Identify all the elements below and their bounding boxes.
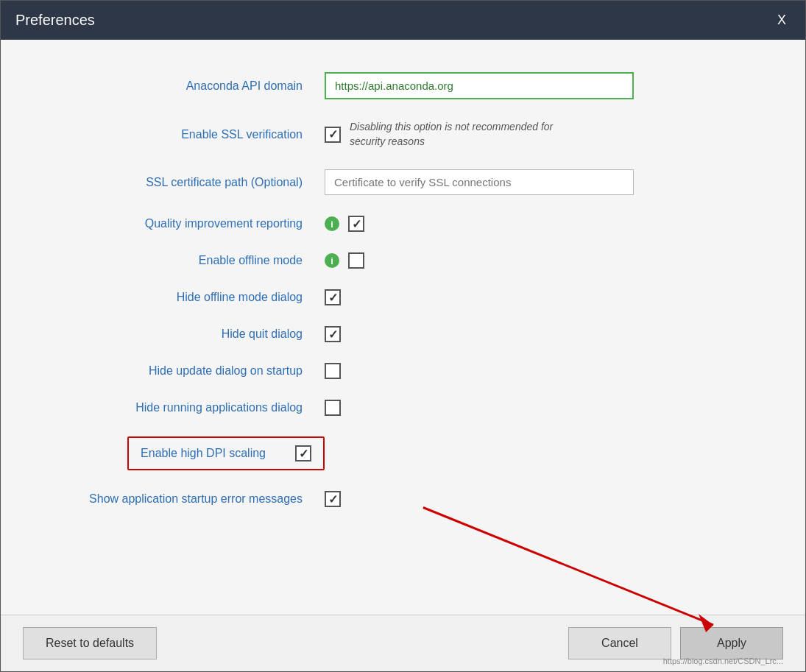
quality-reporting-label: Quality improvement reporting — [45, 217, 325, 230]
reset-button[interactable]: Reset to defaults — [23, 627, 157, 659]
hide-offline-dialog-row: Hide offline mode dialog — [45, 279, 761, 316]
ssl-cert-path-row: SSL certificate path (Optional) — [45, 159, 761, 205]
ssl-cert-path-input[interactable] — [325, 169, 634, 195]
quality-reporting-row: Quality improvement reporting i — [45, 205, 761, 242]
api-domain-label: Anaconda API domain — [45, 79, 325, 93]
high-dpi-scaling-row: Enable high DPI scaling — [45, 426, 761, 481]
hide-quit-dialog-checkbox[interactable] — [325, 326, 341, 342]
watermark-text: https://blog.csdn.net/CSDN_Lrc... — [663, 657, 783, 665]
preferences-content: Anaconda API domain Enable SSL verificat… — [1, 40, 805, 615]
dialog-title: Preferences — [15, 12, 95, 29]
hide-quit-dialog-row: Hide quit dialog — [45, 316, 761, 353]
hide-quit-dialog-control — [325, 326, 761, 342]
titlebar: Preferences X — [1, 1, 805, 40]
cancel-button[interactable]: Cancel — [568, 627, 671, 659]
hide-update-dialog-row: Hide update dialog on startup — [45, 353, 761, 389]
hide-update-dialog-label: Hide update dialog on startup — [45, 364, 325, 378]
startup-errors-label: Show application startup error messages — [45, 492, 325, 506]
hide-update-dialog-control — [325, 363, 761, 379]
preferences-dialog: Preferences X Anaconda API domain Enable… — [0, 0, 806, 672]
ssl-verification-control: Disabling this option is not recommended… — [325, 120, 761, 149]
hide-update-dialog-checkbox[interactable] — [325, 363, 341, 379]
hide-running-dialog-label: Hide running applications dialog — [45, 401, 325, 414]
quality-reporting-control: i — [325, 216, 761, 232]
offline-mode-info-icon[interactable]: i — [325, 253, 339, 268]
ssl-cert-path-control — [325, 169, 761, 195]
ssl-verification-checkbox[interactable] — [325, 127, 341, 143]
startup-errors-control — [325, 491, 761, 507]
high-dpi-scaling-checkbox[interactable] — [295, 445, 311, 461]
quality-reporting-info-icon[interactable]: i — [325, 216, 339, 231]
api-domain-input[interactable] — [325, 72, 634, 99]
offline-mode-control: i — [325, 252, 761, 269]
offline-mode-checkbox[interactable] — [348, 252, 364, 269]
ssl-cert-path-label: SSL certificate path (Optional) — [45, 176, 325, 189]
ssl-verification-label: Enable SSL verification — [45, 128, 325, 141]
startup-errors-row: Show application startup error messages — [45, 481, 761, 517]
hide-running-dialog-control — [325, 400, 761, 416]
hide-quit-dialog-label: Hide quit dialog — [45, 328, 325, 341]
ssl-hint-text: Disabling this option is not recommended… — [350, 120, 585, 149]
high-dpi-scaling-label: Enable high DPI scaling — [141, 447, 280, 460]
apply-button[interactable]: Apply — [680, 627, 783, 659]
hide-running-dialog-checkbox[interactable] — [325, 400, 341, 416]
api-domain-control — [325, 72, 761, 99]
hide-offline-dialog-checkbox[interactable] — [325, 289, 341, 305]
api-domain-row: Anaconda API domain — [45, 62, 761, 110]
offline-mode-row: Enable offline mode i — [45, 242, 761, 279]
hide-offline-dialog-control — [325, 289, 761, 305]
startup-errors-checkbox[interactable] — [325, 491, 341, 507]
ssl-verification-row: Enable SSL verification Disabling this o… — [45, 110, 761, 159]
hide-offline-dialog-label: Hide offline mode dialog — [45, 291, 325, 304]
close-button[interactable]: X — [773, 11, 791, 29]
quality-reporting-checkbox[interactable] — [348, 216, 364, 232]
footer-right: Cancel Apply — [568, 627, 783, 659]
offline-mode-label: Enable offline mode — [45, 254, 325, 267]
hide-running-dialog-row: Hide running applications dialog — [45, 389, 761, 426]
footer-left: Reset to defaults — [23, 627, 157, 659]
